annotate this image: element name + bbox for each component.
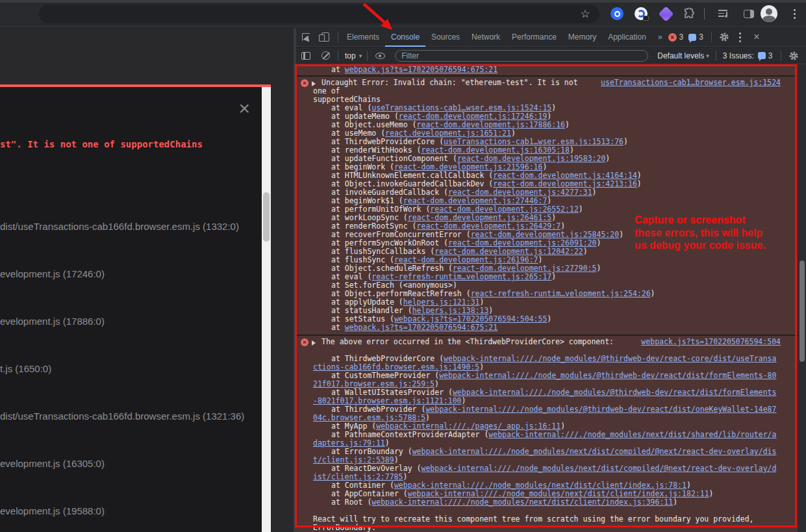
console-messages: at webpack.js?ts=1702205076594:675:21 × … xyxy=(296,64,798,532)
settings-gear-icon[interactable] xyxy=(714,28,734,47)
overlay-scrollbar-thumb[interactable] xyxy=(263,192,270,242)
profile-avatar[interactable] xyxy=(761,5,777,22)
tab-network[interactable]: Network xyxy=(466,28,506,47)
side-panel-icon[interactable] xyxy=(740,0,757,27)
error-message-text: useTransactions-cab1…browser.esm.js:1524… xyxy=(313,79,781,104)
issues-count[interactable]: 3 xyxy=(768,51,773,60)
source-link[interactable]: react-dom.development.js:26196:7 xyxy=(394,255,538,264)
source-link[interactable]: react-dom.development.js:16305:18 xyxy=(421,146,569,155)
source-link[interactable]: react-dom.development.js:12042:22 xyxy=(434,247,583,256)
source-link[interactable]: react-dom.development.js:4213:16 xyxy=(493,179,637,188)
source-link[interactable]: react-dom.development.js:21596:16 xyxy=(394,162,542,171)
source-link[interactable]: webpack-internal:///./node_modules/@thir… xyxy=(313,388,776,405)
message-count[interactable]: 3 xyxy=(699,32,703,42)
browser-menu-kebab-icon[interactable] xyxy=(787,0,802,27)
error-count-icon[interactable]: × xyxy=(668,33,677,42)
tab-elements[interactable]: Elements xyxy=(341,28,385,47)
extension-diamond-icon[interactable] xyxy=(658,0,674,27)
source-link[interactable]: react-dom.development.js:19583:20 xyxy=(457,154,605,163)
source-link[interactable]: react-dom.development.js:27790:5 xyxy=(453,264,597,273)
stack-frame-line: at WalletUIStatesProvider (webpack-inter… xyxy=(313,388,781,405)
stack-frames: at webpack.js?ts=1702205076594:675:21 xyxy=(313,66,781,74)
source-link[interactable]: react-dom.development.js:26091:20 xyxy=(448,238,596,247)
overlay-scrollbar-track[interactable] xyxy=(262,87,271,532)
message-count-icon[interactable] xyxy=(688,34,696,41)
media-controls-icon[interactable] xyxy=(714,0,731,27)
source-link[interactable]: react-dom.development.js:4277:31 xyxy=(448,188,592,197)
extension-blue-icon[interactable] xyxy=(609,0,625,27)
source-link[interactable]: react-dom.development.js:4164:14 xyxy=(493,171,637,180)
source-link[interactable]: useTransactions-cab1…wser.esm.js:1524:15 xyxy=(372,103,551,112)
error-icon: × xyxy=(301,338,309,346)
source-link[interactable]: webpack-internal:///./node_modules/next/… xyxy=(394,481,686,490)
tab-console[interactable]: Console xyxy=(385,28,425,47)
source-link[interactable]: webpack-internal:///./node_modules/@thir… xyxy=(313,354,776,372)
expand-triangle-icon[interactable] xyxy=(312,81,318,86)
context-selector[interactable]: top xyxy=(345,51,356,60)
tab-application[interactable]: Application xyxy=(602,28,652,47)
source-link[interactable]: webpack-internal:///./node_modules/next/… xyxy=(313,430,776,448)
source-link[interactable]: webpack-internal:///./node_modules/next/… xyxy=(408,489,709,498)
device-toolbar-icon[interactable] xyxy=(316,28,335,47)
stack-frame-line: at CustomThemeProvider (webpack-internal… xyxy=(313,372,781,388)
source-link[interactable]: webpack.js?ts=1702205076594:504:55 xyxy=(394,314,547,323)
source-link[interactable]: helpers.js:138:13 xyxy=(412,306,489,315)
source-link[interactable]: react-dom.development.js:26461:5 xyxy=(408,213,552,222)
console-sidebar-toggle-icon[interactable] xyxy=(296,46,316,65)
overlay-stack-file: evelopment.js (19588:0) xyxy=(0,505,260,532)
console-footer-line: React will try to recreate this componen… xyxy=(313,515,781,524)
bookmark-star-icon[interactable]: ☆ xyxy=(577,0,594,27)
omnibox[interactable] xyxy=(39,5,599,23)
stack-frames: at eval (useTransactions-cab1…wser.esm.j… xyxy=(313,104,781,332)
source-link[interactable]: webpack-internal:///./node_modules/@thir… xyxy=(313,405,776,422)
log-levels-dropdown[interactable]: Default levels xyxy=(657,51,704,60)
issues-label[interactable]: 3 Issues: xyxy=(723,51,754,60)
tab-performance[interactable]: Performance xyxy=(506,28,562,47)
console-settings-gear-icon[interactable] xyxy=(784,46,803,65)
source-link[interactable]: helpers.js:121:31 xyxy=(403,298,480,307)
source-link[interactable]: react-refresh-runtim…velopment.js:254:26 xyxy=(471,289,651,298)
filter-input[interactable] xyxy=(395,50,648,62)
extensions-puzzle-icon[interactable] xyxy=(681,0,697,27)
clear-console-icon[interactable] xyxy=(316,46,335,65)
source-link[interactable]: webpack.js?ts=1702205076594:675:21 xyxy=(345,323,497,332)
tab-sources[interactable]: Sources xyxy=(425,28,466,47)
overlay-close-icon[interactable]: × xyxy=(238,99,250,118)
expand-triangle-icon[interactable] xyxy=(312,340,318,346)
console-scrollbar-track[interactable] xyxy=(798,64,806,532)
extension-clock-icon[interactable] xyxy=(633,0,649,27)
source-link[interactable]: react-dom.development.js:26552:12 xyxy=(430,205,578,214)
source-link[interactable]: react-refresh-runtim…velopment.js:265:17 xyxy=(372,272,551,281)
source-link[interactable]: webpack-internal:///./pages/_app.js:16:1… xyxy=(376,422,560,431)
source-link[interactable]: webpack-internal:///./node_modules/next/… xyxy=(313,464,776,481)
source-link[interactable]: webpack-internal:///./node_modules/@thir… xyxy=(313,371,776,388)
source-link[interactable]: useTransactions-cab1…wser.esm.js:1513:76 xyxy=(444,137,623,146)
devtools-close-icon[interactable]: × xyxy=(747,28,766,47)
source-link[interactable]: webpack-internal:///./node_modules/next/… xyxy=(313,447,776,464)
devtools-menu-kebab-icon[interactable] xyxy=(734,28,747,47)
console-error-message-1: × useTransactions-cab1…browser.esm.js:15… xyxy=(296,77,798,336)
inspect-element-icon[interactable] xyxy=(296,28,316,47)
source-link[interactable]: useTransactions-cab1…browser.esm.js:1524 xyxy=(592,79,781,87)
source-link[interactable]: react.development.js:1651:21 xyxy=(385,129,511,138)
source-link[interactable]: webpack-internal:///./node_modules/next/… xyxy=(372,498,673,507)
live-expression-eye-icon[interactable] xyxy=(370,46,390,65)
stack-frame-line: at Root (webpack-internal:///./node_modu… xyxy=(313,498,781,507)
source-link[interactable]: react-dom.development.js:26429:7 xyxy=(417,222,561,231)
error-count[interactable]: 3 xyxy=(679,32,684,42)
source-link[interactable]: react-dom.development.js:17886:16 xyxy=(417,120,565,129)
overlay-stack-file: evelopment.js (17246:0) xyxy=(0,268,260,315)
more-tabs-icon[interactable]: » xyxy=(652,28,668,47)
toolbar-separator xyxy=(781,51,781,61)
source-link[interactable]: react-dom.development.js:17246:19 xyxy=(399,112,547,121)
source-link[interactable]: webpack.js?ts=1702205076594:675:21 xyxy=(345,65,497,74)
overlay-error-message: st". It is not one of supportedChains xyxy=(0,139,234,149)
devtools-tabbar: Elements Console Sources Network Perform… xyxy=(296,28,806,47)
source-link[interactable]: react-dom.development.js:25845:20 xyxy=(471,230,619,239)
issues-icon[interactable] xyxy=(758,52,766,59)
tab-memory[interactable]: Memory xyxy=(562,28,602,47)
overlay-stack-file: dist/useTransactions-cab166fd.browser.es… xyxy=(0,220,260,268)
source-link[interactable]: react-dom.development.js:27446:7 xyxy=(403,196,548,205)
source-link[interactable]: webpack.js?ts=1702205076594:504 xyxy=(633,338,781,346)
console-scrollbar-thumb[interactable] xyxy=(800,260,805,362)
